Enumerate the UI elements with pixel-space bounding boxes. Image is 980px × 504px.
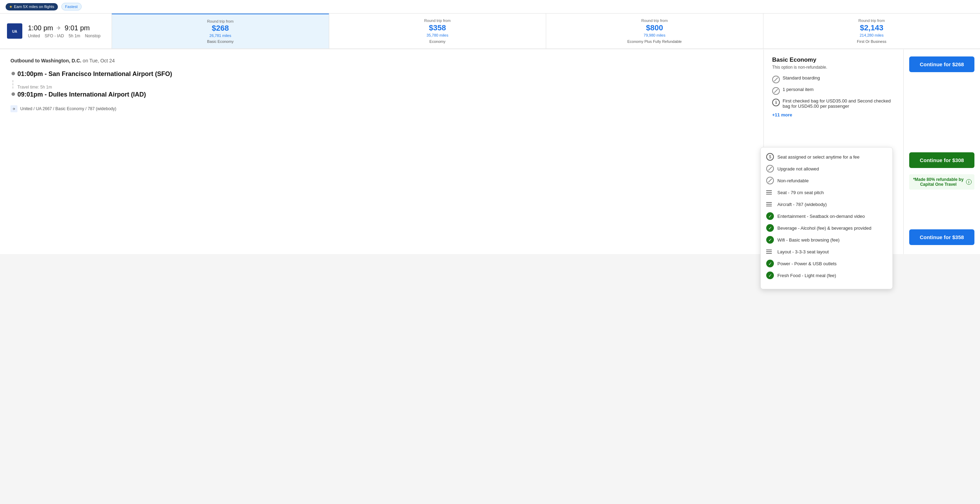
check-icon-7: ✓ [766,236,774,244]
block-icon-0 [772,76,780,83]
flight-timeline: 01:00pm - San Francisco International Ai… [11,70,753,98]
dropdown-feature-9: ✓ Power - Power & USB outlets [766,260,887,267]
spacer2 [909,197,974,225]
dropdown-text-10: Fresh Food - Light meal (fee) [777,273,836,278]
dropdown-text-9: Power - Power & USB outlets [777,261,837,266]
arrival-dot [11,92,15,96]
dropdown-feature-8: Layout - 3-3-3 seat layout [766,248,887,255]
departure-stop: 01:00pm - San Francisco International Ai… [18,70,753,78]
dropdown-text-6: Beverage - Alcohol (fee) & beverages pro… [777,225,872,231]
continue-btn-268[interactable]: Continue for $268 [909,57,974,72]
price-card-amount-0: $268 [212,24,229,33]
price-card-amount-1: $358 [429,23,446,32]
fare-subtitle: This option is non-refundable. [772,65,895,70]
fare-feature-2: ℹ First checked bag for USD35.00 and Sec… [772,98,895,109]
dropdown-feature-4: Aircraft - 787 (widebody) [766,200,887,208]
check-icon-9: ✓ [766,260,774,267]
lines-icon-4 [766,200,774,208]
main-content: Outbound to Washington, D.C. on Tue, Oct… [0,49,980,254]
price-card-3[interactable]: Round trip from $2,143 214,280 miles Fir… [763,14,980,48]
check-icon-5: ✓ [766,212,774,220]
flight-sub: United SFO - IAD 5h 1m Nonstop [28,33,104,38]
continue-panel: Continue for $268 Continue for $308 *Mad… [903,49,980,254]
price-card-miles-2: 79,980 miles [644,33,665,37]
right-panel: Basic Economy This option is non-refunda… [764,49,903,254]
departure-time: 01:00pm - San Francisco International Ai… [18,70,753,78]
flight-detail-text: United / UA 2667 / Basic Economy / 787 (… [20,106,116,111]
depart-time: 1:00 pm [28,24,53,32]
fastest-badge: Fastest [61,3,82,11]
departure-airport: San Francisco International Airport (SFO… [48,70,172,78]
fastest-label: Fastest [65,5,78,9]
dropdown-text-5: Entertainment - Seatback on-demand video [777,214,865,219]
dropdown-text-7: Wifi - Basic web browsing (fee) [777,237,840,242]
check-icon-10: ✓ [766,271,774,279]
outbound-title: Outbound to Washington, D.C. on Tue, Oct… [11,58,753,63]
block-icon-1 [772,87,780,95]
price-card-2[interactable]: Round trip from $800 79,980 miles Econom… [546,14,763,48]
aircraft-icon: ✈ [11,105,18,112]
arrival-stop: 09:01pm - Dulles International Airport (… [18,91,753,98]
dropdown-feature-0: $ Seat assigned or select anytime for a … [766,153,887,161]
fare-feature-text-2: First checked bag for USD35.00 and Secon… [783,98,895,109]
outbound-date: on Tue, Oct 24 [83,58,115,63]
price-card-amount-3: $2,143 [860,23,883,32]
continue-btn-358[interactable]: Continue for $358 [909,229,974,245]
dropdown-feature-6: ✓ Beverage - Alcohol (fee) & beverages p… [766,224,887,232]
info-circle-icon: i [966,179,972,185]
price-card-type-0: Basic Economy [207,40,234,44]
fare-feature-text-0: Standard boarding [783,75,820,81]
airline-name: United [28,33,40,38]
block-icon-dropdown-1 [766,165,774,173]
top-bar: Earn 5X miles on flights Fastest [0,0,980,14]
fare-feature-text-1: 1 personal item [783,87,814,92]
earn-label: Earn 5X miles on flights [14,5,54,9]
dropdown-text-3: Seat - 79 cm seat pitch [777,190,824,195]
lines-icon-3 [766,189,774,196]
travel-time: Travel time: 5h 1m [18,85,753,90]
lines-icon-8 [766,248,774,255]
continue-btn-308[interactable]: Continue for $308 [909,152,974,168]
flight-stops: Nonstop [85,33,100,38]
left-panel: Outbound to Washington, D.C. on Tue, Oct… [0,49,764,254]
flight-duration: 5h 1m [69,33,80,38]
price-card-0[interactable]: Round trip from $268 26,781 miles Basic … [111,14,329,48]
features-dropdown: $ Seat assigned or select anytime for a … [760,147,893,289]
info-icon-2: ℹ [772,99,780,106]
more-link[interactable]: +11 more [772,112,895,117]
flight-times: 1:00 pm ✈ 9:01 pm United SFO - IAD 5h 1m… [28,24,104,38]
price-card-miles-0: 26,781 miles [210,33,231,38]
flight-detail-info: ✈ United / UA 2667 / Basic Economy / 787… [11,105,753,112]
fare-info: Basic Economy This option is non-refunda… [772,57,895,117]
price-card-label-0: Round trip from [207,19,234,23]
dropdown-feature-2: Non-refundable [766,177,887,184]
svg-text:UA: UA [12,30,17,33]
block-icon-dropdown-2 [766,177,774,184]
spacer [909,78,974,148]
refundable-note: *Made 80% refundable by Capital One Trav… [909,174,974,190]
dropdown-feature-5: ✓ Entertainment - Seatback on-demand vid… [766,212,887,220]
price-card-1[interactable]: Round trip from $358 35,780 miles Econom… [329,14,546,48]
arrive-time: 9:01 pm [65,24,90,32]
flight-arrow-icon: ✈ [57,25,61,32]
dropdown-text-1: Upgrade not allowed [777,166,819,171]
price-card-label-3: Round trip from [858,19,885,23]
price-card-label-1: Round trip from [424,19,450,23]
price-card-miles-1: 35,780 miles [426,33,448,37]
dropdown-text-2: Non-refundable [777,178,809,183]
price-cards: Round trip from $268 26,781 miles Basic … [111,14,980,48]
arrival-time: 09:01pm - Dulles International Airport (… [18,91,753,98]
departure-dot [11,72,15,75]
dropdown-feature-10: ✓ Fresh Food - Light meal (fee) [766,271,887,279]
fare-feature-0: Standard boarding [772,75,895,83]
dropdown-feature-1: Upgrade not allowed [766,165,887,173]
dropdown-text-4: Aircraft - 787 (widebody) [777,202,827,207]
dropdown-text-8: Layout - 3-3-3 seat layout [777,249,829,254]
fare-title: Basic Economy [772,57,895,63]
dropdown-text-0: Seat assigned or select anytime for a fe… [777,154,860,160]
fare-feature-1: 1 personal item [772,87,895,95]
price-card-type-3: First Or Business [857,40,886,44]
dropdown-feature-3: Seat - 79 cm seat pitch [766,189,887,196]
airline-logo: UA [7,23,22,39]
refundable-text: *Made 80% refundable by Capital One Trav… [912,177,965,187]
